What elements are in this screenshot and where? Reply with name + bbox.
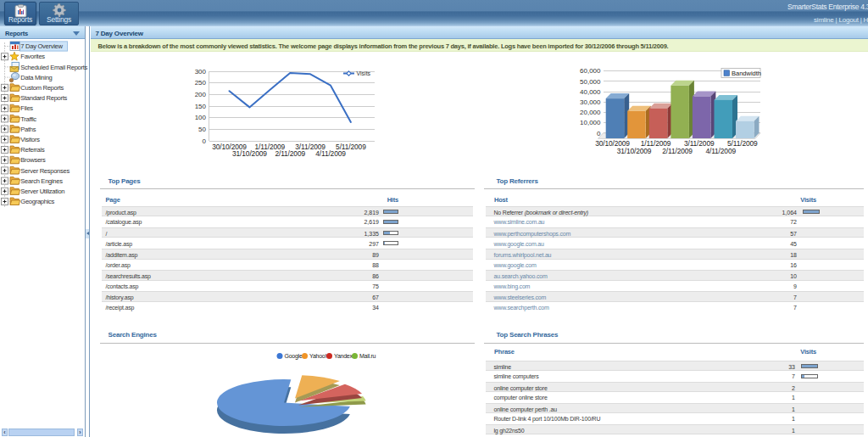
svg-text:Yandex: Yandex <box>334 353 353 359</box>
svg-text:Google: Google <box>285 353 303 360</box>
svg-text:50: 50 <box>198 126 206 133</box>
svg-text:Visitors: Visitors <box>20 136 40 143</box>
svg-text:30,000: 30,000 <box>580 98 601 106</box>
svg-text:Search Engines: Search Engines <box>20 177 63 185</box>
svg-text:Visits: Visits <box>357 70 371 76</box>
svg-text:31/10/2009: 31/10/2009 <box>617 147 652 155</box>
svg-text:40,000: 40,000 <box>580 88 601 96</box>
svg-text:2/11/2009: 2/11/2009 <box>662 147 693 155</box>
svg-text:Server Responses: Server Responses <box>20 167 70 175</box>
svg-text:4/11/2009: 4/11/2009 <box>705 147 736 155</box>
svg-text:Favorites: Favorites <box>20 53 45 60</box>
svg-text:2/11/2009: 2/11/2009 <box>275 149 305 158</box>
svg-text:Data Mining: Data Mining <box>20 74 52 81</box>
svg-text:Custom Reports: Custom Reports <box>20 84 64 92</box>
svg-text:60,000: 60,000 <box>580 67 601 75</box>
svg-text:Referrals: Referrals <box>20 146 45 154</box>
svg-text:0: 0 <box>203 137 207 145</box>
svg-text:100: 100 <box>195 114 207 121</box>
svg-text:Traffic: Traffic <box>20 115 36 123</box>
svg-text:Files: Files <box>20 104 33 112</box>
svg-text:Yahoo!: Yahoo! <box>309 353 326 359</box>
svg-text:Browsers: Browsers <box>20 156 46 164</box>
svg-text:Scheduled Email Reports: Scheduled Email Reports <box>20 64 87 71</box>
svg-text:200: 200 <box>195 91 207 98</box>
svg-text:Paths: Paths <box>20 126 36 133</box>
svg-text:4/11/2009: 4/11/2009 <box>315 149 346 158</box>
svg-text:31/10/2009: 31/10/2009 <box>232 149 267 158</box>
svg-text:20,000: 20,000 <box>580 109 601 116</box>
svg-text:7 Day Overview: 7 Day Overview <box>20 42 63 50</box>
svg-text:Standard Reports: Standard Reports <box>20 94 67 102</box>
svg-text:10,000: 10,000 <box>580 119 601 126</box>
svg-text:Server Utilization: Server Utilization <box>20 188 64 195</box>
svg-text:50,000: 50,000 <box>580 78 601 86</box>
svg-text:300: 300 <box>195 68 207 76</box>
svg-text:150: 150 <box>195 103 207 110</box>
svg-text:Bandwidth: Bandwidth <box>732 70 761 77</box>
svg-text:Mail.ru: Mail.ru <box>359 353 376 359</box>
svg-text:Geographics: Geographics <box>20 198 54 205</box>
svg-text:0: 0 <box>597 130 601 137</box>
svg-text:250: 250 <box>195 79 207 87</box>
